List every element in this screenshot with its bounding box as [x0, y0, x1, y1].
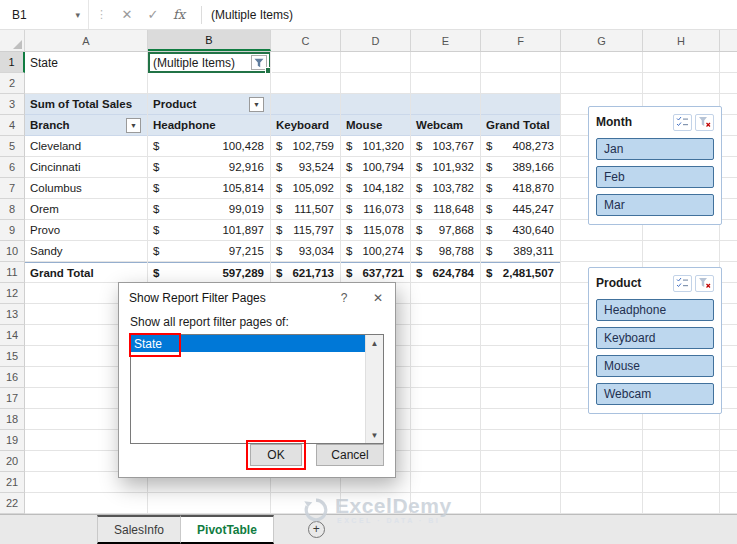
pivot-column-header[interactable]: Webcam — [411, 115, 481, 136]
pivot-column-field[interactable]: Product ▼ — [148, 94, 271, 115]
pivot-value-cell[interactable]: $115,797 — [271, 220, 341, 241]
row-header-4[interactable]: 4 — [0, 115, 25, 136]
pivot-value-cell[interactable]: $101,897 — [148, 220, 271, 241]
ok-button[interactable]: OK — [250, 444, 302, 466]
row-header-9[interactable]: 9 — [0, 220, 25, 241]
pivot-values-label[interactable]: Sum of Total Sales — [25, 94, 148, 115]
pivot-row-label[interactable]: Cleveland — [25, 136, 148, 157]
pivot-value-cell[interactable]: $100,794 — [341, 157, 411, 178]
pivot-value-cell[interactable]: $98,788 — [411, 241, 481, 262]
column-header-H[interactable]: H — [643, 30, 720, 51]
column-header-C[interactable]: C — [271, 30, 341, 51]
slicer-item-headphone[interactable]: Headphone — [596, 299, 714, 321]
close-icon[interactable]: ✕ — [361, 283, 395, 313]
slicer-item-mouse[interactable]: Mouse — [596, 355, 714, 377]
pivot-value-cell[interactable]: $93,524 — [271, 157, 341, 178]
pivot-row-label[interactable]: Cincinnati — [25, 157, 148, 178]
column-header-F[interactable]: F — [481, 30, 561, 51]
tab-salesinfo[interactable]: SalesInfo — [97, 515, 181, 544]
filter-field-listbox[interactable]: State ▲ ▼ — [130, 334, 384, 444]
pivot-column-header[interactable]: Headphone — [148, 115, 271, 136]
formula-input[interactable]: (Multiple Items) — [211, 8, 293, 22]
pivot-value-cell[interactable]: $430,640 — [481, 220, 561, 241]
row-header-5[interactable]: 5 — [0, 136, 25, 157]
pivot-value-cell[interactable]: $621,713 — [271, 262, 341, 283]
pivot-row-label[interactable]: Provo — [25, 220, 148, 241]
slicer-item-feb[interactable]: Feb — [596, 166, 714, 188]
pivot-value-cell[interactable]: $637,721 — [341, 262, 411, 283]
pivot-value-cell[interactable]: $389,311 — [481, 241, 561, 262]
row-header-22[interactable]: 22 — [0, 493, 25, 514]
row-header-20[interactable]: 20 — [0, 451, 25, 472]
pivot-value-cell[interactable]: $418,870 — [481, 178, 561, 199]
insert-function-icon[interactable]: fx — [166, 7, 192, 22]
row-header-3[interactable]: 3 — [0, 94, 25, 115]
column-header-E[interactable]: E — [411, 30, 481, 51]
cancel-entry-icon[interactable]: ✕ — [114, 7, 140, 22]
listbox-scrollbar[interactable]: ▲ ▼ — [365, 335, 383, 443]
row-header-13[interactable]: 13 — [0, 304, 25, 325]
cell-A1[interactable]: State — [25, 52, 148, 73]
column-header-B[interactable]: B — [148, 30, 271, 51]
pivot-value-cell[interactable]: $116,073 — [341, 199, 411, 220]
select-all-corner[interactable] — [0, 30, 25, 51]
row-header-14[interactable]: 14 — [0, 325, 25, 346]
multi-select-icon[interactable] — [673, 275, 692, 292]
row-header-17[interactable]: 17 — [0, 388, 25, 409]
pivot-value-cell[interactable]: $103,782 — [411, 178, 481, 199]
row-header-1[interactable]: 1 — [0, 52, 25, 73]
enter-entry-icon[interactable]: ✓ — [140, 7, 166, 22]
row-header-10[interactable]: 10 — [0, 241, 25, 262]
tab-pivottable[interactable]: PivotTable — [180, 515, 274, 544]
row-header-21[interactable]: 21 — [0, 472, 25, 493]
row-header-19[interactable]: 19 — [0, 430, 25, 451]
row-header-7[interactable]: 7 — [0, 178, 25, 199]
pivot-value-cell[interactable]: $103,767 — [411, 136, 481, 157]
slicer-item-jan[interactable]: Jan — [596, 138, 714, 160]
row-header-8[interactable]: 8 — [0, 199, 25, 220]
help-icon[interactable]: ? — [327, 283, 361, 313]
scroll-up-icon[interactable]: ▲ — [366, 335, 383, 351]
branch-field-dropdown-icon[interactable]: ▼ — [126, 118, 141, 133]
slicer-item-mar[interactable]: Mar — [596, 194, 714, 216]
row-header-12[interactable]: 12 — [0, 283, 25, 304]
pivot-grand-total-label[interactable]: Grand Total — [25, 262, 148, 283]
pivot-value-cell[interactable]: $105,092 — [271, 178, 341, 199]
row-header-6[interactable]: 6 — [0, 157, 25, 178]
pivot-value-cell[interactable]: $102,759 — [271, 136, 341, 157]
pivot-value-cell[interactable]: $624,784 — [411, 262, 481, 283]
cancel-button[interactable]: Cancel — [316, 444, 384, 466]
name-box[interactable]: B1 ▾ — [0, 0, 88, 29]
pivot-value-cell[interactable]: $408,273 — [481, 136, 561, 157]
pivot-row-label[interactable]: Sandy — [25, 241, 148, 262]
row-header-18[interactable]: 18 — [0, 409, 25, 430]
row-header-15[interactable]: 15 — [0, 346, 25, 367]
pivot-value-cell[interactable]: $100,428 — [148, 136, 271, 157]
pivot-value-cell[interactable]: $2,481,507 — [481, 262, 561, 283]
pivot-column-header[interactable]: Grand Total — [481, 115, 561, 136]
pivot-value-cell[interactable]: $597,289 — [148, 262, 271, 283]
pivot-value-cell[interactable]: $99,019 — [148, 199, 271, 220]
slicer-item-webcam[interactable]: Webcam — [596, 383, 714, 405]
row-header-2[interactable]: 2 — [0, 73, 25, 94]
multi-select-icon[interactable] — [673, 114, 692, 131]
pivot-value-cell[interactable]: $92,916 — [148, 157, 271, 178]
column-header-G[interactable]: G — [561, 30, 643, 51]
pivot-value-cell[interactable]: $445,247 — [481, 199, 561, 220]
pivot-row-field[interactable]: Branch ▼ — [25, 115, 148, 136]
product-field-dropdown-icon[interactable]: ▼ — [249, 97, 264, 112]
new-sheet-icon[interactable]: + — [308, 521, 325, 538]
pivot-value-cell[interactable]: $389,166 — [481, 157, 561, 178]
pivot-column-header[interactable]: Keyboard — [271, 115, 341, 136]
cell-B1-selected[interactable]: (Multiple Items) — [148, 52, 271, 73]
pivot-column-header[interactable]: Mouse — [341, 115, 411, 136]
dialog-title-bar[interactable]: Show Report Filter Pages ? ✕ — [119, 283, 395, 313]
pivot-value-cell[interactable]: $101,932 — [411, 157, 481, 178]
pivot-value-cell[interactable]: $111,507 — [271, 199, 341, 220]
column-header-D[interactable]: D — [341, 30, 411, 51]
row-header-11[interactable]: 11 — [0, 262, 25, 283]
clear-filter-icon[interactable] — [695, 114, 714, 131]
row-header-16[interactable]: 16 — [0, 367, 25, 388]
pivot-value-cell[interactable]: $105,814 — [148, 178, 271, 199]
pivot-value-cell[interactable]: $100,274 — [341, 241, 411, 262]
